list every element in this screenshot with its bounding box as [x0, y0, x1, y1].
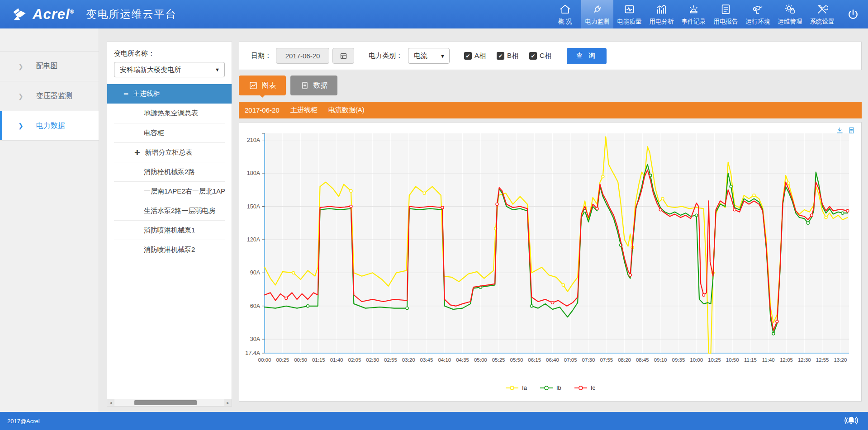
svg-text:30A: 30A [250, 336, 261, 342]
banner-device: 主进线柜 [290, 106, 318, 114]
svg-text:00:50: 00:50 [294, 357, 307, 363]
sidebar-item-power-data[interactable]: ❯ 电力数据 [0, 111, 99, 141]
current-chart: 17.4A30A60A90A120A150A180A210A00:0000:25… [239, 122, 862, 402]
tree-node-new-cabinet-meter[interactable]: ✚ 新增分立柜总表 [114, 142, 225, 162]
nav-item-system-settings[interactable]: 系统设置 [806, 0, 838, 28]
svg-text:07:55: 07:55 [600, 357, 613, 363]
svg-text:05:50: 05:50 [510, 357, 523, 363]
page-title: 变电所运维云平台 [86, 7, 176, 21]
tree-node-heat-pump-meter[interactable]: 地源热泵空调总表 [114, 104, 225, 123]
banner-metric: 电流数据(A) [328, 106, 365, 114]
legend-marker-icon [574, 385, 588, 391]
station-select-label: 变电所名称： [114, 49, 225, 58]
checkbox-checked-icon: ✔ [464, 52, 472, 60]
report-document-icon [720, 3, 732, 15]
bar-chart-icon [655, 3, 668, 15]
svg-text:03:45: 03:45 [420, 357, 433, 363]
svg-text:13:20: 13:20 [834, 357, 847, 363]
power-type-select[interactable]: 电流 ▼ [408, 48, 450, 64]
legend-item-ic[interactable]: Ic [574, 384, 595, 391]
calendar-icon [340, 52, 347, 60]
checkbox-checked-icon: ✔ [497, 52, 504, 60]
chevron-right-icon: ❯ [18, 63, 24, 70]
nav-item-usage-analysis[interactable]: 用电分析 [645, 0, 678, 28]
legend-marker-icon [505, 385, 519, 391]
phase-checkboxes: ✔ A相 ✔ B相 ✔ C相 [464, 52, 551, 60]
calendar-button[interactable] [332, 48, 354, 64]
alarm-bell-button[interactable] [844, 415, 858, 427]
collapse-minus-icon[interactable]: ━ [124, 90, 128, 97]
legend-item-ib[interactable]: Ib [540, 384, 561, 391]
logo-area: Acrel® 变电所运维云平台 [0, 0, 176, 28]
tree-node-fire-pump-2[interactable]: 消防栓机械泵2路 [114, 162, 225, 181]
chevron-right-icon: ❯ [18, 93, 24, 100]
svg-text:00:00: 00:00 [258, 357, 271, 363]
svg-text:08:20: 08:20 [618, 357, 631, 363]
svg-text:02:55: 02:55 [384, 357, 397, 363]
scroll-right-button[interactable]: ► [224, 399, 232, 406]
tree-node-water-pump[interactable]: 生活水泵2路一层弱电房 [114, 201, 225, 220]
chart-title-banner: 2017-06-20 主进线柜 电流数据(A) [239, 102, 862, 118]
nav-item-overview[interactable]: 概 况 [549, 0, 581, 28]
svg-text:12:55: 12:55 [816, 357, 829, 363]
nav-item-environment[interactable]: 运行环境 [742, 0, 774, 28]
power-icon [847, 8, 859, 21]
nav-item-event-log[interactable]: 事件记录 [678, 0, 710, 28]
svg-text:00:25: 00:25 [276, 357, 289, 363]
svg-text:10:00: 10:00 [690, 357, 703, 363]
scrollbar-thumb[interactable] [134, 400, 197, 405]
svg-text:10:25: 10:25 [708, 357, 721, 363]
tree-horizontal-scrollbar: ◄ ► [107, 399, 232, 406]
svg-text:04:10: 04:10 [438, 357, 451, 363]
tree-node-1ape2-1ape1[interactable]: 一层南1APE2右一层北1APE1左 [114, 181, 225, 201]
svg-text:180A: 180A [247, 170, 261, 176]
svg-text:02:30: 02:30 [366, 357, 379, 363]
query-button[interactable]: 查 询 [567, 48, 607, 64]
tree-node-main-incoming-cabinet[interactable]: ━ 主进线柜 [107, 84, 232, 104]
svg-text:11:15: 11:15 [744, 357, 757, 363]
date-label: 日期： [251, 52, 271, 60]
registered-mark: ® [70, 9, 75, 15]
svg-text:17.4A: 17.4A [245, 350, 260, 356]
station-select[interactable]: 安科瑞新大楼变电所 ▼ [114, 62, 225, 77]
tree-node-sprinkler-pump-1[interactable]: 消防喷淋机械泵1 [114, 220, 225, 240]
chart-plot-area[interactable]: 17.4A30A60A90A120A150A180A210A00:0000:25… [243, 130, 858, 367]
svg-text:08:45: 08:45 [636, 357, 649, 363]
svg-text:07:05: 07:05 [564, 357, 577, 363]
date-input[interactable]: 2017-06-20 [276, 48, 329, 64]
phase-c-checkbox[interactable]: ✔ C相 [529, 52, 551, 60]
svg-text:06:40: 06:40 [546, 357, 559, 363]
nav-item-usage-report[interactable]: 用电报告 [710, 0, 742, 28]
svg-text:150A: 150A [247, 203, 261, 210]
svg-text:02:05: 02:05 [348, 357, 361, 363]
svg-text:01:40: 01:40 [330, 357, 343, 363]
tab-chart[interactable]: 图表 [239, 76, 286, 95]
svg-text:12:05: 12:05 [780, 357, 793, 363]
svg-text:12:30: 12:30 [798, 357, 811, 363]
caret-down-icon: ▼ [215, 67, 220, 72]
view-tabs: 图表 数据 [239, 76, 862, 95]
logout-button[interactable] [838, 0, 868, 28]
phase-a-checkbox[interactable]: ✔ A相 [464, 52, 486, 60]
tab-data[interactable]: 数据 [290, 76, 337, 95]
tree-node-sprinkler-pump-2[interactable]: 消防喷淋机械泵2 [114, 240, 225, 259]
sidebar-item-transformer-monitoring[interactable]: ❯ 变压器监测 [0, 81, 99, 111]
nav-item-power-monitoring[interactable]: 电力监测 [581, 0, 613, 28]
svg-text:04:35: 04:35 [456, 357, 469, 363]
svg-text:05:00: 05:00 [474, 357, 487, 363]
chart-legend: IaIbIc [239, 384, 861, 391]
acrel-logo-icon [12, 8, 27, 21]
legend-item-ia[interactable]: Ia [505, 384, 527, 391]
caret-down-icon: ▼ [440, 53, 445, 59]
sidebar-item-distribution-diagram[interactable]: ❯ 配电图 [0, 51, 99, 81]
app-footer: 2017@Acrel [0, 412, 868, 430]
expand-plus-icon[interactable]: ✚ [134, 149, 140, 156]
scroll-left-button[interactable]: ◄ [107, 399, 114, 406]
main-nav: 概 况 电力监测 电能质量 用电分析 事件记录 用电报告 运行环境 运维管理 [549, 0, 868, 28]
svg-text:210A: 210A [247, 137, 261, 143]
phase-b-checkbox[interactable]: ✔ B相 [497, 52, 518, 60]
tree-node-capacitor-cabinet[interactable]: 电容柜 [114, 123, 225, 142]
data-document-icon [300, 81, 309, 90]
nav-item-ops-management[interactable]: 运维管理 [774, 0, 806, 28]
nav-item-power-quality[interactable]: 电能质量 [613, 0, 645, 28]
